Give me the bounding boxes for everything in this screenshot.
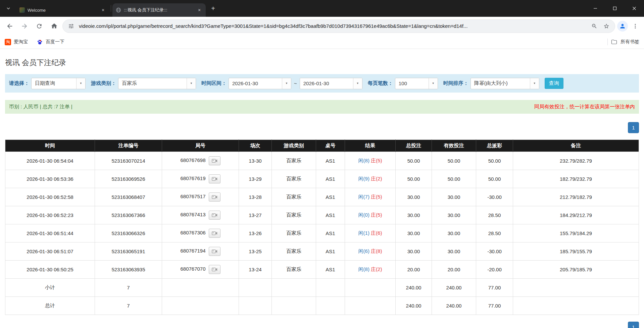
bookmarks-right: 所有书签 [607,39,639,45]
cell-valid-bet: 50.00 [432,152,476,170]
table-row: 2026-01-30 06:52:58523163068407680767517… [5,188,639,206]
close-window-button[interactable] [625,0,644,17]
bookmark-aitaobao[interactable]: 淘 爱淘宝 [5,39,28,45]
summary-cell: 7 [95,297,162,315]
date-to-value: 2026-01-30 [300,78,353,89]
cell-total-bet[interactable]: 20.00 [396,261,432,279]
back-button[interactable] [3,20,16,33]
column-header: 时间 [5,140,95,152]
video-replay-button[interactable] [209,247,220,256]
cell-result: 闲(6) 庄(8) [345,242,396,261]
search-button[interactable]: 查询 [545,78,563,89]
tab-close-icon[interactable]: × [100,7,106,13]
query-type-select[interactable]: 日期查询 ▼ [31,78,86,89]
cell-session: 13-28 [239,188,272,206]
tab-search-button[interactable] [3,3,13,13]
video-replay-button[interactable] [209,174,220,183]
result-banker: 庄(6) [371,230,382,236]
caret-down-icon[interactable]: ▼ [76,78,85,89]
result-player: 闲(7) [358,194,369,200]
cell-session: 13-26 [239,224,272,242]
star-icon [603,23,609,29]
cell-result: 闲(8) 庄(2) [345,261,396,279]
page-size-select[interactable]: 100 ▼ [395,78,438,89]
tab-divider [111,5,111,12]
cell-total-bet[interactable]: 50.00 [396,170,432,188]
page-1-button[interactable]: 1 [628,322,639,328]
video-replay-icon [212,231,217,235]
video-replay-button[interactable] [209,229,220,238]
summary-cell: 240.00 [432,279,476,297]
cell-total-bet[interactable]: 30.00 [396,206,432,224]
cell-table-no: AS1 [316,242,345,261]
cell-bet-id: 523163067366 [95,206,162,224]
tab-betrecord-active[interactable]: :::视讯 会员下注纪录::: × [112,3,206,17]
round-id-text: 680767413 [180,212,205,217]
cell-total-bet[interactable]: 30.00 [396,188,432,206]
forward-button[interactable] [18,20,31,33]
cell-payout: -30.00 [476,188,513,206]
cell-result: 闲(0) 庄(5) [345,206,396,224]
caret-down-icon[interactable]: ▼ [429,78,438,89]
video-replay-button[interactable] [209,265,220,274]
refresh-button[interactable] [33,20,46,33]
date-to-select[interactable]: 2026-01-30 ▼ [300,78,362,89]
baidu-paw-icon [37,39,43,45]
bookmark-baidu[interactable]: 百度一下 [37,39,64,45]
bookmarks-bar: 淘 爱淘宝 百度一下 所有书签 [0,35,644,49]
result-banker: 庄(5) [371,158,382,163]
url-bar[interactable]: videoie.com/ipl/portal.php/game/betrecor… [62,19,615,33]
summary-cell [272,297,316,315]
tab-close-icon[interactable]: × [196,7,202,13]
cell-session: 13-27 [239,206,272,224]
zoom-out-icon [591,23,597,29]
bookmark-star-button[interactable] [602,22,611,31]
cell-table-no: AS1 [316,188,345,206]
page-1-button[interactable]: 1 [628,122,639,133]
video-replay-button[interactable] [209,211,220,220]
restore-button[interactable] [605,0,625,17]
caret-down-icon[interactable]: ▼ [353,78,362,89]
summary-cell: 77.00 [476,279,513,297]
query-type-value: 日期查询 [32,78,76,89]
minimize-button[interactable] [586,0,605,17]
cell-game-type: 百家乐 [272,242,316,261]
site-info-button[interactable] [67,22,76,31]
browser-window: Welcome × :::视讯 会员下注纪录::: × + [0,0,644,49]
zoom-button[interactable] [590,22,599,31]
caret-down-icon[interactable]: ▼ [530,78,539,89]
tab-welcome[interactable]: Welcome × [16,3,109,17]
round-id-text: 680767194 [180,248,205,254]
cell-total-bet[interactable]: 30.00 [396,242,432,261]
window-controls [586,0,644,17]
cell-result: 闲(8) 庄(5) [345,152,396,170]
date-from-select[interactable]: 2026-01-30 ▼ [229,78,291,89]
result-banker: 庄(2) [371,176,382,181]
cell-total-bet[interactable]: 50.00 [396,152,432,170]
cell-table-no: AS1 [316,152,345,170]
all-bookmarks-button[interactable]: 所有书签 [621,39,639,45]
bookmarks-divider [607,39,608,45]
page-size-label: 每页笔数： [368,80,393,87]
cell-valid-bet: 30.00 [432,224,476,242]
new-tab-button[interactable]: + [208,4,218,13]
video-replay-button[interactable] [209,156,220,165]
column-header: 总派彩 [476,140,513,152]
browser-menu-button[interactable] [630,21,641,32]
minimize-icon [593,6,597,10]
close-window-icon [632,6,636,10]
home-button[interactable] [48,20,60,33]
column-header: 场次 [239,140,272,152]
profile-button[interactable] [617,21,628,32]
cell-game-type: 百家乐 [272,152,316,170]
game-type-select[interactable]: 百家乐 ▼ [118,78,196,89]
video-replay-button[interactable] [209,193,220,202]
cell-table-no: AS1 [316,261,345,279]
result-banker: 庄(5) [371,212,382,218]
cell-total-bet[interactable]: 30.00 [396,224,432,242]
cell-payout: -30.00 [476,242,513,261]
caret-down-icon[interactable]: ▼ [282,78,291,89]
caret-down-icon[interactable]: ▼ [187,78,196,89]
total-row: 总计7240.00240.0077.00 [5,297,639,315]
sort-select[interactable]: 降幂(由大到小) ▼ [470,78,539,89]
